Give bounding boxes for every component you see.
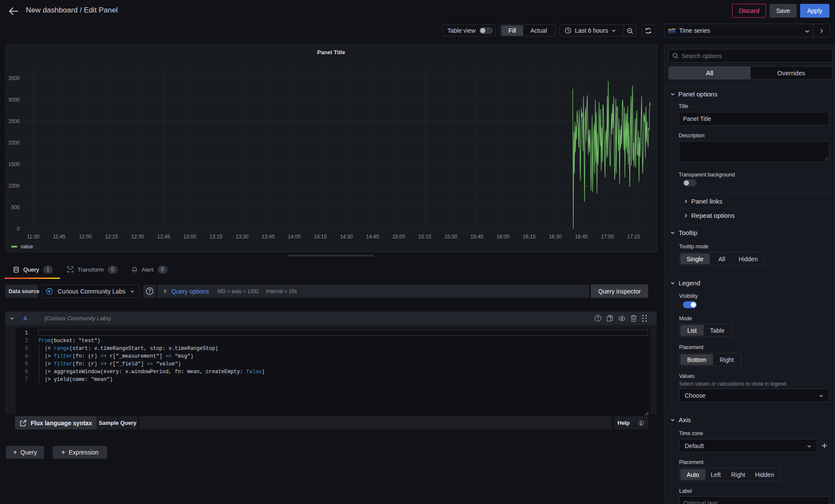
svg-text:13:45: 13:45	[262, 234, 275, 240]
svg-text:2000: 2000	[8, 140, 20, 146]
svg-text:16:45: 16:45	[575, 234, 588, 240]
svg-text:16:30: 16:30	[549, 234, 562, 240]
svg-text:1500: 1500	[8, 161, 20, 167]
svg-text:13:00: 13:00	[183, 234, 196, 240]
svg-text:17:00: 17:00	[601, 234, 614, 240]
svg-text:15:00: 15:00	[392, 234, 405, 240]
svg-text:15:45: 15:45	[470, 234, 483, 240]
svg-text:2500: 2500	[8, 118, 20, 124]
svg-text:13:15: 13:15	[209, 234, 222, 240]
svg-text:17:15: 17:15	[627, 234, 640, 240]
svg-text:3500: 3500	[8, 75, 20, 81]
svg-text:13:30: 13:30	[236, 234, 248, 240]
svg-text:11:45: 11:45	[53, 234, 65, 240]
svg-text:11:30: 11:30	[27, 234, 39, 240]
svg-text:3000: 3000	[8, 97, 20, 103]
svg-text:1000: 1000	[8, 183, 20, 189]
svg-text:12:15: 12:15	[105, 234, 118, 240]
svg-text:500: 500	[11, 204, 20, 210]
svg-text:12:00: 12:00	[79, 234, 92, 240]
svg-text:0: 0	[17, 226, 20, 232]
svg-text:14:45: 14:45	[366, 234, 379, 240]
svg-text:15:30: 15:30	[444, 234, 457, 240]
svg-text:14:30: 14:30	[340, 234, 353, 240]
svg-text:12:45: 12:45	[157, 234, 170, 240]
svg-text:16:15: 16:15	[523, 234, 536, 240]
svg-text:15:15: 15:15	[418, 234, 431, 240]
svg-text:16:00: 16:00	[497, 234, 509, 240]
svg-text:12:30: 12:30	[131, 234, 144, 240]
svg-text:14:00: 14:00	[288, 234, 301, 240]
svg-text:14:15: 14:15	[314, 234, 327, 240]
